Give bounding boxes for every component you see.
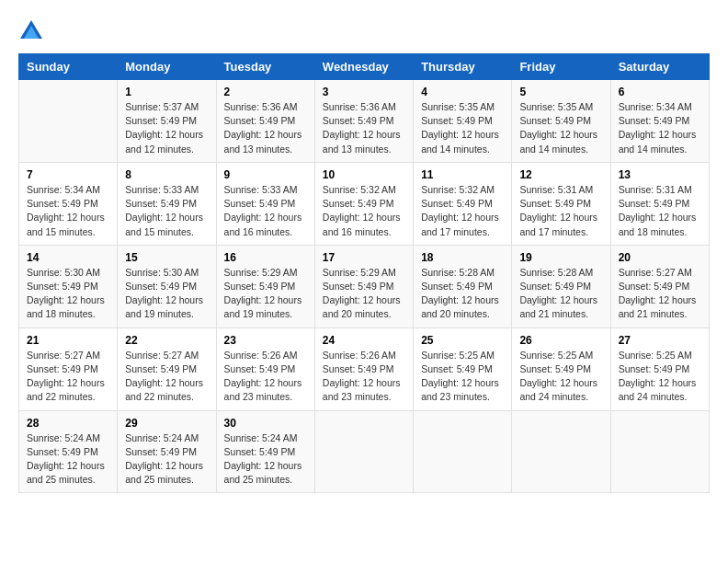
day-info: Sunrise: 5:32 AM Sunset: 5:49 PM Dayligh…: [323, 183, 405, 239]
day-cell: 10Sunrise: 5:32 AM Sunset: 5:49 PM Dayli…: [314, 162, 413, 245]
day-number: 22: [125, 334, 208, 347]
day-cell: 21Sunrise: 5:27 AM Sunset: 5:49 PM Dayli…: [19, 327, 118, 410]
header-cell-thursday: Thursday: [414, 54, 512, 80]
day-info: Sunrise: 5:24 AM Sunset: 5:49 PM Dayligh…: [27, 431, 109, 488]
day-number: 7: [27, 168, 109, 181]
header-cell-tuesday: Tuesday: [216, 54, 314, 80]
day-number: 10: [323, 168, 405, 181]
day-number: 5: [519, 86, 602, 98]
day-number: 20: [619, 251, 701, 264]
day-number: 11: [421, 168, 504, 181]
day-info: Sunrise: 5:36 AM Sunset: 5:49 PM Dayligh…: [323, 100, 405, 156]
day-cell: 26Sunrise: 5:25 AM Sunset: 5:49 PM Dayli…: [512, 327, 610, 410]
day-number: 9: [224, 168, 307, 181]
day-cell: 28Sunrise: 5:24 AM Sunset: 5:49 PM Dayli…: [19, 410, 118, 493]
day-number: 19: [519, 251, 602, 264]
day-info: Sunrise: 5:31 AM Sunset: 5:49 PM Dayligh…: [519, 183, 602, 239]
day-cell: 6Sunrise: 5:34 AM Sunset: 5:49 PM Daylig…: [610, 80, 709, 163]
day-info: Sunrise: 5:27 AM Sunset: 5:49 PM Dayligh…: [619, 266, 701, 322]
day-cell: 25Sunrise: 5:25 AM Sunset: 5:49 PM Dayli…: [414, 327, 512, 410]
day-info: Sunrise: 5:25 AM Sunset: 5:49 PM Dayligh…: [519, 349, 602, 405]
day-number: 1: [125, 86, 208, 98]
week-row-1: 1Sunrise: 5:37 AM Sunset: 5:49 PM Daylig…: [19, 80, 710, 163]
day-number: 25: [421, 334, 504, 347]
day-info: Sunrise: 5:31 AM Sunset: 5:49 PM Dayligh…: [619, 183, 701, 239]
day-info: Sunrise: 5:28 AM Sunset: 5:49 PM Dayligh…: [421, 266, 504, 322]
day-cell: 27Sunrise: 5:25 AM Sunset: 5:49 PM Dayli…: [610, 327, 709, 410]
day-cell: 22Sunrise: 5:27 AM Sunset: 5:49 PM Dayli…: [118, 327, 216, 410]
day-cell: 9Sunrise: 5:33 AM Sunset: 5:49 PM Daylig…: [216, 162, 314, 245]
day-cell: [19, 80, 118, 163]
day-info: Sunrise: 5:28 AM Sunset: 5:49 PM Dayligh…: [519, 266, 602, 322]
day-info: Sunrise: 5:27 AM Sunset: 5:49 PM Dayligh…: [125, 349, 208, 405]
day-number: 3: [323, 86, 405, 98]
day-number: 21: [27, 334, 109, 347]
day-cell: 13Sunrise: 5:31 AM Sunset: 5:49 PM Dayli…: [610, 162, 709, 245]
day-info: Sunrise: 5:32 AM Sunset: 5:49 PM Dayligh…: [421, 183, 504, 239]
day-info: Sunrise: 5:35 AM Sunset: 5:49 PM Dayligh…: [519, 100, 602, 156]
day-cell: 3Sunrise: 5:36 AM Sunset: 5:49 PM Daylig…: [314, 80, 413, 163]
day-number: 13: [619, 168, 701, 181]
day-number: 17: [323, 251, 405, 264]
day-cell: [512, 410, 610, 493]
calendar-table: SundayMondayTuesdayWednesdayThursdayFrid…: [18, 53, 710, 493]
day-cell: [314, 410, 413, 493]
header-cell-sunday: Sunday: [19, 54, 118, 80]
header-cell-friday: Friday: [512, 54, 610, 80]
day-number: 28: [27, 417, 109, 430]
day-cell: 30Sunrise: 5:24 AM Sunset: 5:49 PM Dayli…: [216, 410, 314, 493]
day-cell: 17Sunrise: 5:29 AM Sunset: 5:49 PM Dayli…: [314, 245, 413, 327]
day-info: Sunrise: 5:26 AM Sunset: 5:49 PM Dayligh…: [323, 349, 405, 405]
day-number: 4: [421, 86, 504, 98]
day-cell: 12Sunrise: 5:31 AM Sunset: 5:49 PM Dayli…: [512, 162, 610, 245]
day-cell: 16Sunrise: 5:29 AM Sunset: 5:49 PM Dayli…: [216, 245, 314, 327]
day-cell: 7Sunrise: 5:34 AM Sunset: 5:49 PM Daylig…: [19, 162, 118, 245]
day-number: 26: [519, 334, 602, 347]
logo: [18, 18, 48, 44]
day-cell: 23Sunrise: 5:26 AM Sunset: 5:49 PM Dayli…: [216, 327, 314, 410]
day-number: 8: [125, 168, 208, 181]
day-info: Sunrise: 5:29 AM Sunset: 5:49 PM Dayligh…: [224, 266, 307, 322]
day-cell: [610, 410, 709, 493]
week-row-4: 21Sunrise: 5:27 AM Sunset: 5:49 PM Dayli…: [19, 327, 710, 410]
day-number: 23: [224, 334, 307, 347]
day-number: 30: [224, 417, 307, 430]
day-info: Sunrise: 5:34 AM Sunset: 5:49 PM Dayligh…: [619, 100, 701, 156]
day-cell: 4Sunrise: 5:35 AM Sunset: 5:49 PM Daylig…: [414, 80, 512, 163]
day-info: Sunrise: 5:26 AM Sunset: 5:49 PM Dayligh…: [224, 349, 307, 405]
header-row: SundayMondayTuesdayWednesdayThursdayFrid…: [19, 54, 710, 80]
day-info: Sunrise: 5:36 AM Sunset: 5:49 PM Dayligh…: [224, 100, 307, 156]
day-cell: 18Sunrise: 5:28 AM Sunset: 5:49 PM Dayli…: [414, 245, 512, 327]
day-number: 18: [421, 251, 504, 264]
day-number: 27: [619, 334, 701, 347]
day-info: Sunrise: 5:30 AM Sunset: 5:49 PM Dayligh…: [125, 266, 208, 322]
day-number: 16: [224, 251, 307, 264]
day-number: 14: [27, 251, 109, 264]
day-info: Sunrise: 5:29 AM Sunset: 5:49 PM Dayligh…: [323, 266, 405, 322]
day-info: Sunrise: 5:24 AM Sunset: 5:49 PM Dayligh…: [125, 431, 208, 488]
day-info: Sunrise: 5:25 AM Sunset: 5:49 PM Dayligh…: [421, 349, 504, 405]
week-row-5: 28Sunrise: 5:24 AM Sunset: 5:49 PM Dayli…: [19, 410, 710, 493]
week-row-3: 14Sunrise: 5:30 AM Sunset: 5:49 PM Dayli…: [19, 245, 710, 327]
day-info: Sunrise: 5:24 AM Sunset: 5:49 PM Dayligh…: [224, 431, 307, 488]
day-cell: 5Sunrise: 5:35 AM Sunset: 5:49 PM Daylig…: [512, 80, 610, 163]
day-info: Sunrise: 5:35 AM Sunset: 5:49 PM Dayligh…: [421, 100, 504, 156]
header: [18, 18, 710, 44]
calendar-body: 1Sunrise: 5:37 AM Sunset: 5:49 PM Daylig…: [19, 80, 710, 493]
logo-icon: [18, 18, 44, 44]
day-cell: 20Sunrise: 5:27 AM Sunset: 5:49 PM Dayli…: [610, 245, 709, 327]
day-number: 15: [125, 251, 208, 264]
day-info: Sunrise: 5:27 AM Sunset: 5:49 PM Dayligh…: [27, 349, 109, 405]
day-number: 2: [224, 86, 307, 98]
day-info: Sunrise: 5:37 AM Sunset: 5:49 PM Dayligh…: [125, 100, 208, 156]
day-cell: 11Sunrise: 5:32 AM Sunset: 5:49 PM Dayli…: [414, 162, 512, 245]
week-row-2: 7Sunrise: 5:34 AM Sunset: 5:49 PM Daylig…: [19, 162, 710, 245]
day-cell: [414, 410, 512, 493]
day-info: Sunrise: 5:34 AM Sunset: 5:49 PM Dayligh…: [27, 183, 109, 239]
day-cell: 1Sunrise: 5:37 AM Sunset: 5:49 PM Daylig…: [118, 80, 216, 163]
day-number: 29: [125, 417, 208, 430]
day-info: Sunrise: 5:25 AM Sunset: 5:49 PM Dayligh…: [619, 349, 701, 405]
day-cell: 19Sunrise: 5:28 AM Sunset: 5:49 PM Dayli…: [512, 245, 610, 327]
header-cell-monday: Monday: [118, 54, 216, 80]
day-cell: 15Sunrise: 5:30 AM Sunset: 5:49 PM Dayli…: [118, 245, 216, 327]
